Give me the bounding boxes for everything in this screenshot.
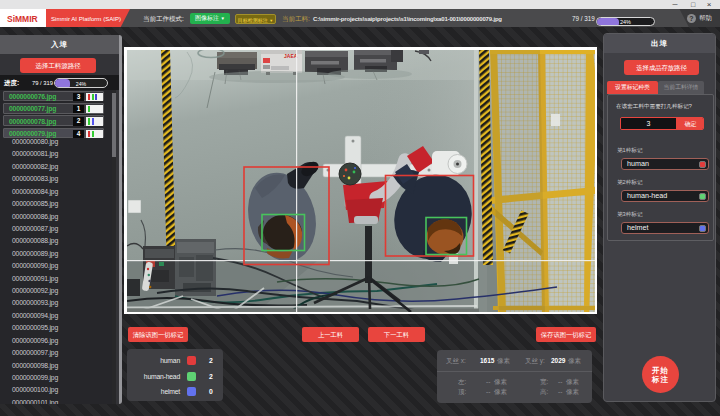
svg-text:JAEA: JAEA xyxy=(284,52,298,58)
